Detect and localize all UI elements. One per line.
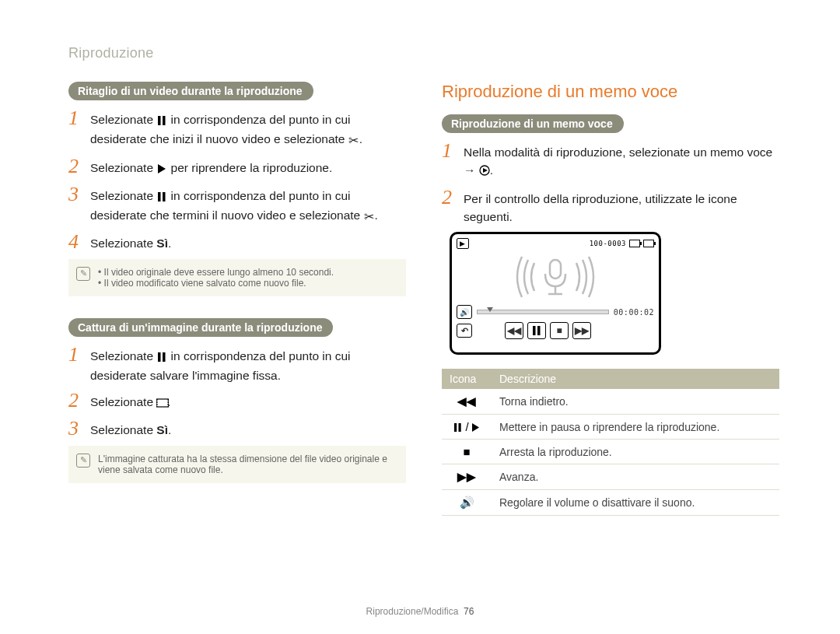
- rewind-icon: ◀◀: [442, 389, 492, 415]
- cell-desc: Regolare il volume o disattivare il suon…: [492, 490, 779, 516]
- svg-rect-18: [459, 423, 461, 432]
- table-row: ■ Arresta la riproduzione.: [442, 440, 779, 464]
- volume-icon[interactable]: 🔊: [457, 305, 472, 319]
- step-number: 1: [442, 141, 460, 161]
- pill-trim-video: Ritaglio di un video durante la riproduz…: [68, 82, 313, 100]
- left-column: Ritaglio di un video durante la riproduz…: [68, 82, 406, 516]
- t: Nella modalità di riproduzione, selezion…: [464, 145, 772, 177]
- svg-marker-19: [472, 423, 479, 432]
- table-row: ▶▶ Avanza.: [442, 464, 779, 490]
- step-number: 1: [68, 345, 87, 365]
- step-number: 2: [68, 391, 87, 411]
- t: Selezionate: [90, 113, 156, 126]
- step-number: 2: [68, 156, 87, 177]
- svg-rect-5: [158, 352, 161, 362]
- scissors-icon: ✂: [348, 131, 359, 149]
- cell-desc: Torna indietro.: [492, 389, 779, 415]
- pause-button[interactable]: [527, 322, 546, 339]
- microphone-icon: [505, 255, 606, 299]
- stop-icon: ■: [442, 440, 492, 464]
- playback-mode-icon: ▶: [457, 238, 469, 249]
- table-row: / Mettere in pausa o riprendere la ripro…: [442, 415, 779, 440]
- footer-section: Riproduzione/Modifica: [366, 606, 459, 617]
- elapsed-time: 00:00:02: [614, 308, 654, 317]
- cell-desc: Arresta la riproduzione.: [492, 440, 779, 464]
- pause-play-icon: /: [442, 415, 492, 440]
- section-title: Riproduzione di un memo voce: [442, 82, 779, 102]
- stop-button[interactable]: ■: [550, 322, 569, 339]
- pause-icon: [156, 188, 167, 206]
- pause-icon: [156, 112, 167, 130]
- page-header: Riproduzione: [68, 45, 779, 61]
- note-icon: ✎: [76, 454, 90, 468]
- t: Selezionate: [90, 395, 156, 408]
- forward-button[interactable]: ▶▶: [572, 322, 591, 339]
- t: Selezionate: [90, 423, 156, 436]
- svg-rect-1: [163, 116, 166, 125]
- battery-icon: [643, 240, 654, 247]
- cell-desc: Mettere in pausa o riprendere la riprodu…: [492, 415, 779, 440]
- page-footer: Riproduzione/Modifica 76: [0, 606, 840, 617]
- step-text: Nella modalità di riproduzione, selezion…: [464, 141, 779, 181]
- t: Sì: [156, 236, 168, 250]
- voice-player-mock: ▶ 100-0003: [450, 232, 661, 355]
- play-icon: [156, 160, 167, 178]
- t: Selezionate: [90, 189, 156, 202]
- svg-rect-12: [550, 260, 561, 278]
- step-text: Per il controllo della riproduzione, uti…: [464, 187, 779, 226]
- sd-icon: [629, 240, 640, 247]
- svg-rect-6: [163, 352, 166, 362]
- step-text: Selezionate in corrispondenza del punto …: [90, 184, 406, 226]
- pause-icon: [156, 349, 167, 366]
- note-box: ✎ L'immagine catturata ha la stessa dime…: [68, 446, 406, 483]
- svg-rect-0: [158, 116, 161, 125]
- step-number: 1: [68, 108, 87, 128]
- step-text: Selezionate .: [90, 391, 171, 412]
- step-text: Selezionate Sì.: [90, 232, 171, 252]
- rewind-button[interactable]: ◀◀: [505, 322, 523, 339]
- svg-rect-4: [163, 192, 166, 201]
- step-number: 2: [442, 187, 460, 208]
- note-line: Il video originale deve essere lungo alm…: [98, 267, 334, 278]
- t: Selezionate: [90, 349, 156, 363]
- scissors-icon: ✂: [364, 208, 375, 226]
- step-number: 3: [68, 184, 87, 205]
- t: per riprendere la riproduzione.: [167, 161, 332, 174]
- file-number: 100-0003: [590, 240, 626, 247]
- t: Selezionate: [90, 236, 156, 250]
- back-icon[interactable]: ↶: [457, 324, 472, 338]
- step-text: Selezionate per riprendere la riproduzio…: [90, 156, 332, 178]
- svg-marker-2: [158, 164, 166, 173]
- pill-voice-memo: Riproduzione di un memo voce: [442, 114, 624, 133]
- note-icon: ✎: [76, 267, 90, 281]
- note-line: Il video modificato viene salvato come n…: [98, 278, 334, 289]
- step-text: Selezionate in corrispondenza del punto …: [90, 108, 406, 150]
- speaker-icon: 🔊: [442, 490, 492, 516]
- step-text: Selezionate in corrispondenza del punto …: [90, 345, 406, 385]
- step-number: 3: [68, 419, 87, 439]
- progress-bar[interactable]: [477, 310, 609, 314]
- t: Sì: [156, 423, 168, 436]
- table-row: 🔊 Regolare il volume o disattivare il su…: [442, 490, 779, 516]
- icon-description-table: Icona Descrizione ◀◀ Torna indietro. / M…: [442, 369, 779, 516]
- svg-rect-16: [537, 326, 541, 335]
- note-line: L'immagine catturata ha la stessa dimens…: [98, 454, 397, 475]
- page-number: 76: [464, 606, 474, 617]
- th-icon: Icona: [442, 369, 492, 389]
- svg-rect-3: [158, 192, 161, 201]
- capture-icon: [156, 394, 167, 412]
- svg-rect-17: [454, 423, 457, 432]
- step-text: Selezionate Sì.: [90, 419, 171, 439]
- pill-capture-image: Cattura di un'immagine durante la riprod…: [68, 318, 333, 337]
- right-column: Riproduzione di un memo voce Riproduzion…: [442, 82, 779, 516]
- play-circle-icon: [479, 163, 490, 180]
- cell-desc: Avanza.: [492, 464, 779, 490]
- table-row: ◀◀ Torna indietro.: [442, 389, 779, 415]
- svg-marker-11: [483, 168, 488, 173]
- note-box: ✎ Il video originale deve essere lungo a…: [68, 259, 406, 296]
- th-desc: Descrizione: [492, 369, 779, 389]
- svg-rect-7: [156, 399, 169, 407]
- t: Selezionate: [90, 161, 156, 174]
- forward-icon: ▶▶: [442, 464, 492, 490]
- svg-rect-15: [533, 326, 536, 335]
